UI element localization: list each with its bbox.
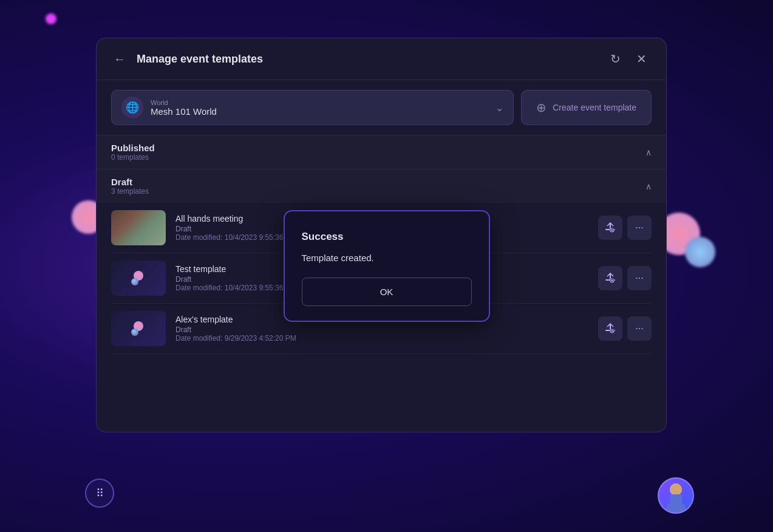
modal-title: Success xyxy=(302,231,472,243)
modal-overlay: Success Template created. OK xyxy=(0,0,773,532)
modal-message: Template created. xyxy=(302,253,472,263)
success-modal: Success Template created. OK xyxy=(284,210,490,322)
modal-ok-button[interactable]: OK xyxy=(302,278,472,306)
